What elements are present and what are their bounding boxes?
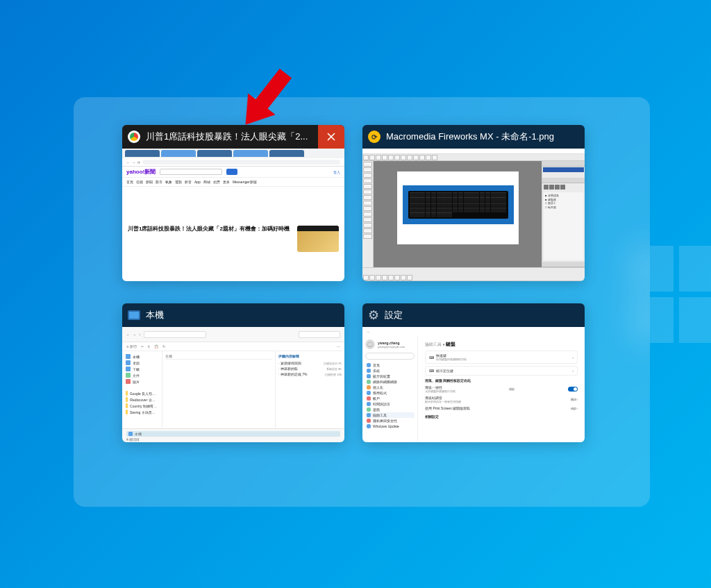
settings-option[interactable]: ⌨顯示定位鍵› <box>425 366 578 376</box>
folder-item[interactable]: Country 制擴有現不有直擴機會，已經今日 <box>126 403 158 408</box>
thumbnail-title: 本機 <box>146 309 339 321</box>
section-title: 滑鼠、鍵盤 與觸控板設定在此 <box>425 378 578 383</box>
thumbnail-header: ⟳ Macromedia Fireworks MX - 未命名-1.png <box>362 125 585 149</box>
detail-row[interactable]: · 神器新的取系統過去 3K <box>278 366 342 371</box>
user-email: ywang@example.com <box>378 345 405 348</box>
folder-item[interactable]: Saving 水滴及食引測行新不約德觀定系影目 <box>126 410 158 414</box>
settings-option[interactable]: ⌨快速鍵使用鍵盤快速鍵輔助功能› <box>425 351 578 364</box>
chrome-icon <box>128 131 140 143</box>
sidebar-item[interactable]: 桌面 <box>126 360 158 365</box>
user-avatar: ◯ <box>365 339 375 349</box>
settings-menu-item[interactable]: 應用程式 <box>365 390 415 396</box>
folder-item[interactable]: Rediscover 合現代上位正系研究減工具 <box>126 397 158 402</box>
settings-menu-item[interactable]: 網路和網際網路 <box>365 379 415 385</box>
article-title: 川普1席話科技股暴跌！法人眼尖藏「2題材」有機會：加碼好時機 <box>128 226 292 233</box>
thumbnail-chrome[interactable]: 川普1席話科技股暴跌！法人眼尖藏「2... ←→⟳ yahoo!新聞 登入 首頁… <box>122 125 344 281</box>
settings-toggle-row[interactable]: 滑鼠一致性允許鍵盤快速鍵進行功能開啟 <box>425 384 578 394</box>
thumbnail-content: ← ◯ ywang.cheng ywang@example.com 首頁系統藍牙… <box>362 327 585 442</box>
thumbnail-settings[interactable]: ⚙ 設定 ← ◯ ywang.cheng ywang@example.com <box>362 303 585 442</box>
status-count: 4 個項目 <box>126 437 140 442</box>
thumbnail-content: ←→↑ ⊕ 新增✂⎘📋↻⋯ 本機桌面下載文件圖片Google 長人類最後的希望 … <box>122 327 344 442</box>
thumbnail-fireworks[interactable]: ⟳ Macromedia Fireworks MX - 未命名-1.png <box>362 125 585 281</box>
thumbnail-content: ■ 背景檔案■ 鍵盤圖□ 圖層 1□ 範本圖 <box>362 149 585 281</box>
fireworks-canvas <box>397 171 519 244</box>
settings-menu-item[interactable]: 首頁 <box>365 362 415 368</box>
sidebar-item[interactable]: 圖片 <box>126 379 158 384</box>
pc-icon <box>128 310 140 320</box>
settings-menu-item[interactable]: 時間與語言 <box>365 401 415 407</box>
settings-menu-item[interactable]: 藍牙與裝置 <box>365 373 415 379</box>
settings-menu-item[interactable]: 帳戶 <box>365 396 415 401</box>
thumbnail-header: 本機 <box>122 303 344 327</box>
settings-toggle-row[interactable]: 使用 Print Screen 鍵開啟剪取開啟 › <box>425 405 578 412</box>
gear-icon: ⚙ <box>368 308 379 323</box>
task-view-panel: 川普1席話科技股暴跌！法人眼尖藏「2... ←→⟳ yahoo!新聞 登入 首頁… <box>74 97 650 507</box>
settings-menu-item[interactable]: 個人化 <box>365 385 415 390</box>
settings-menu-item[interactable]: 遊戲 <box>365 407 415 412</box>
settings-menu-item[interactable]: Windows Update <box>365 423 415 429</box>
status-selected: 本機 <box>135 432 142 436</box>
settings-menu-item[interactable]: 隱私權與安全性 <box>365 418 415 423</box>
yahoo-nav: 首頁信箱新聞股市氣象運動影音App商城拍賣更多Messenger新版 <box>122 178 344 187</box>
thumbnail-header: 川普1席話科技股暴跌！法人眼尖藏「2... <box>122 125 344 149</box>
sidebar-item[interactable]: 本機 <box>126 354 158 359</box>
yahoo-logo: yahoo!新聞 <box>126 168 156 176</box>
related-title: 相關設定 <box>425 414 578 419</box>
thumbnail-title: Macromedia Fireworks MX - 未命名-1.png <box>386 131 579 143</box>
thumbnail-title: 設定 <box>385 309 579 321</box>
settings-menu-item[interactable]: 系統 <box>365 368 415 373</box>
thumbnail-title: 川普1席話科技股暴跌！法人眼尖藏「2... <box>146 131 339 143</box>
article-thumbnail <box>297 226 339 252</box>
fireworks-icon: ⟳ <box>368 131 380 143</box>
thumbnail-header: ⚙ 設定 <box>362 303 585 327</box>
sidebar-item[interactable]: 文件 <box>126 373 158 378</box>
folder-item[interactable]: Google 長人類最後的希望 功能問題的絕對---進出 <box>126 391 158 396</box>
settings-menu-item[interactable]: 協助工具 <box>365 412 415 418</box>
thumbnail-explorer[interactable]: 本機 ←→↑ ⊕ 新增✂⎘📋↻⋯ 本機桌面下載文件圖片Google 長人類最後的… <box>122 303 344 442</box>
settings-toggle-row[interactable]: 滑鼠站調音顯示的資訊在一個發生段段鍵關閉 › <box>425 394 578 405</box>
detail-row[interactable]: · 資源搜尋與與已經過去日 7K <box>278 360 342 366</box>
close-button[interactable] <box>318 125 344 149</box>
settings-breadcrumb: 協助工具 ▸ 鍵盤 <box>425 341 578 348</box>
thumbnail-content: ←→⟳ yahoo!新聞 登入 首頁信箱新聞股市氣象運動影音App商城拍賣更多M… <box>122 149 344 281</box>
detail-row[interactable]: · 神器新的定義 7%已經的資 100 <box>278 371 342 377</box>
sidebar-item[interactable]: 下載 <box>126 367 158 371</box>
